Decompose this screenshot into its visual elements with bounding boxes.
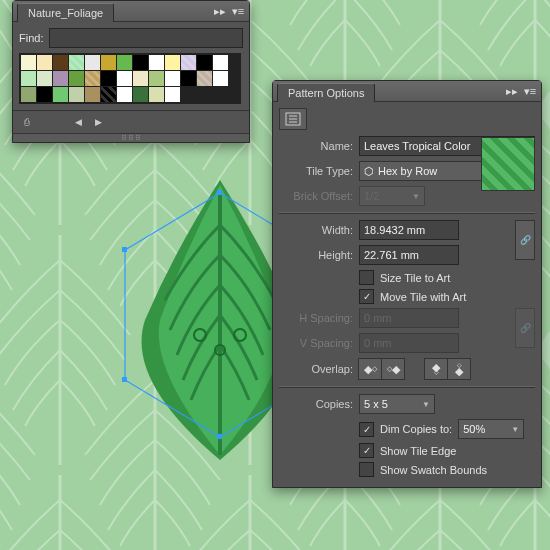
- name-label: Name:: [279, 140, 353, 152]
- flyout-menu-icon[interactable]: ▾≡: [231, 4, 245, 18]
- swatches-header[interactable]: Nature_Foliage ▸▸ ▾≡: [13, 1, 249, 22]
- dim-copies-select[interactable]: 50% ▼: [458, 419, 524, 439]
- swatch-item[interactable]: [37, 55, 52, 70]
- swatch-item[interactable]: [85, 55, 100, 70]
- swatch-item[interactable]: [21, 71, 36, 86]
- swatch-item[interactable]: [165, 87, 180, 102]
- swatch-item[interactable]: [69, 71, 84, 86]
- hspacing-label: H Spacing:: [279, 312, 353, 324]
- swatch-item[interactable]: [133, 55, 148, 70]
- swatch-item[interactable]: [197, 55, 212, 70]
- swatch-item[interactable]: [149, 71, 164, 86]
- move-tile-label: Move Tile with Art: [380, 291, 466, 303]
- move-tile-checkbox[interactable]: ✓: [359, 289, 374, 304]
- show-swatch-bounds-row[interactable]: Show Swatch Bounds: [279, 462, 535, 477]
- collapse-icon[interactable]: ▸▸: [505, 84, 519, 98]
- copies-label: Copies:: [279, 398, 353, 410]
- swatch-item[interactable]: [69, 55, 84, 70]
- hspacing-input: 0 mm: [359, 308, 459, 328]
- chevron-down-icon: ▼: [511, 425, 519, 434]
- collapse-icon[interactable]: ▸▸: [213, 4, 227, 18]
- width-input[interactable]: 18.9432 mm: [359, 220, 459, 240]
- swatch-item[interactable]: [85, 87, 100, 102]
- swatch-item[interactable]: [101, 87, 116, 102]
- svg-rect-5: [217, 190, 222, 195]
- swatch-item[interactable]: [165, 55, 180, 70]
- swatch-item[interactable]: [53, 55, 68, 70]
- hexagon-icon: ⬡: [364, 165, 374, 178]
- svg-rect-9: [122, 377, 127, 382]
- show-tile-edge-row[interactable]: ✓ Show Tile Edge: [279, 443, 535, 458]
- show-tile-edge-label: Show Tile Edge: [380, 445, 456, 457]
- swatch-item[interactable]: [133, 87, 148, 102]
- swatch-item[interactable]: [69, 87, 84, 102]
- overlap-label: Overlap:: [279, 363, 353, 375]
- overlap-left-button[interactable]: ◆◇: [358, 358, 382, 380]
- tile-type-value: Hex by Row: [378, 165, 437, 177]
- pattern-options-panel: Pattern Options ▸▸ ▾≡ Name: Leaves Tropi…: [272, 80, 542, 488]
- find-label: Find:: [19, 32, 43, 44]
- swatch-item[interactable]: [53, 71, 68, 86]
- dim-copies-label: Dim Copies to:: [380, 423, 452, 435]
- pattern-options-header[interactable]: Pattern Options ▸▸ ▾≡: [273, 81, 541, 102]
- svg-rect-8: [217, 434, 222, 439]
- swatch-item[interactable]: [149, 87, 164, 102]
- link-spacing-button: 🔗: [515, 308, 535, 348]
- swatch-item[interactable]: [85, 71, 100, 86]
- swatch-item[interactable]: [117, 71, 132, 86]
- brick-offset-label: Brick Offset:: [279, 190, 353, 202]
- swatch-libraries-icon[interactable]: ⎙: [19, 115, 33, 129]
- copies-value: 5 x 5: [364, 398, 388, 410]
- width-label: Width:: [279, 224, 353, 236]
- flyout-menu-icon[interactable]: ▾≡: [523, 84, 537, 98]
- swatch-item[interactable]: [37, 87, 52, 102]
- swatch-item[interactable]: [181, 55, 196, 70]
- size-tile-checkbox-row[interactable]: Size Tile to Art: [279, 270, 535, 285]
- height-input[interactable]: 22.761 mm: [359, 245, 459, 265]
- swatch-item[interactable]: [165, 71, 180, 86]
- swatch-item[interactable]: [101, 55, 116, 70]
- dim-copies-row[interactable]: ✓ Dim Copies to: 50% ▼: [279, 419, 535, 439]
- swatches-tab[interactable]: Nature_Foliage: [17, 3, 114, 22]
- overlap-top-button[interactable]: ◆◇: [424, 358, 448, 380]
- height-label: Height:: [279, 249, 353, 261]
- find-input[interactable]: [49, 28, 243, 48]
- swatch-item[interactable]: [197, 71, 212, 86]
- pattern-tile-tool-button[interactable]: [279, 108, 307, 130]
- swatch-item[interactable]: [21, 87, 36, 102]
- swatch-item[interactable]: [181, 71, 196, 86]
- overlap-right-button[interactable]: ◇◆: [381, 358, 405, 380]
- swatch-item[interactable]: [53, 87, 68, 102]
- size-tile-checkbox[interactable]: [359, 270, 374, 285]
- copies-select[interactable]: 5 x 5 ▼: [359, 394, 435, 414]
- prev-library-icon[interactable]: ◀: [71, 115, 85, 129]
- tile-type-label: Tile Type:: [279, 165, 353, 177]
- swatch-grid: [19, 53, 241, 104]
- swatch-item[interactable]: [213, 55, 228, 70]
- show-swatch-bounds-label: Show Swatch Bounds: [380, 464, 487, 476]
- move-tile-checkbox-row[interactable]: ✓ Move Tile with Art: [279, 289, 535, 304]
- swatch-item[interactable]: [101, 71, 116, 86]
- swatch-item[interactable]: [133, 71, 148, 86]
- pattern-options-tab[interactable]: Pattern Options: [277, 83, 375, 102]
- swatch-item[interactable]: [149, 55, 164, 70]
- resize-grip-icon[interactable]: ⠿⠿⠿: [121, 134, 142, 142]
- show-tile-edge-checkbox[interactable]: ✓: [359, 443, 374, 458]
- vspacing-input: 0 mm: [359, 333, 459, 353]
- swatch-item[interactable]: [117, 55, 132, 70]
- link-dimensions-button[interactable]: 🔗: [515, 220, 535, 260]
- dim-copies-checkbox[interactable]: ✓: [359, 422, 374, 437]
- swatch-item[interactable]: [37, 71, 52, 86]
- swatch-item[interactable]: [21, 55, 36, 70]
- pattern-preview-swatch: [481, 137, 535, 191]
- swatch-item[interactable]: [213, 71, 228, 86]
- size-tile-label: Size Tile to Art: [380, 272, 450, 284]
- dim-copies-value: 50%: [463, 423, 485, 435]
- swatch-item[interactable]: [117, 87, 132, 102]
- chevron-down-icon: ▼: [412, 192, 420, 201]
- overlap-bottom-button[interactable]: ◇◆: [447, 358, 471, 380]
- swatches-footer: ⎙ ◀ ▶: [13, 110, 249, 133]
- show-swatch-bounds-checkbox[interactable]: [359, 462, 374, 477]
- vspacing-label: V Spacing:: [279, 337, 353, 349]
- next-library-icon[interactable]: ▶: [91, 115, 105, 129]
